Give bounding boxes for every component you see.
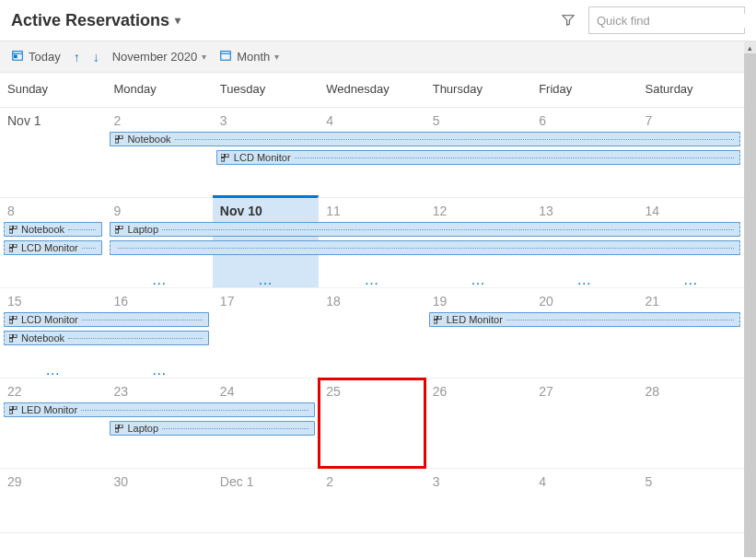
svg-rect-19 [9, 244, 13, 248]
event-fill [295, 157, 734, 158]
day-cell[interactable]: 26 [425, 378, 531, 468]
day-number: Nov 1 [7, 113, 98, 128]
event-fill [506, 320, 734, 320]
day-header-cell: Friday [531, 73, 637, 107]
svg-rect-11 [226, 154, 229, 157]
day-cell[interactable]: 21 [638, 288, 744, 378]
event-bar[interactable]: Notebook [4, 222, 102, 237]
day-cell[interactable]: 22 [0, 378, 106, 468]
event-label: Notebook [127, 134, 170, 145]
funnel-icon [562, 14, 575, 27]
day-cell[interactable]: 3 [425, 469, 531, 532]
today-button[interactable]: Today [11, 49, 61, 64]
event-label: LED Monitor [21, 404, 77, 415]
day-cell[interactable]: 25 [319, 378, 425, 468]
event-bar[interactable]: LCD Monitor [216, 150, 740, 165]
reservation-icon [8, 243, 17, 252]
more-events-button[interactable]: … [576, 276, 591, 284]
day-cell[interactable]: 20 [531, 288, 637, 378]
day-cell[interactable]: 4 [531, 469, 637, 532]
day-cell[interactable]: 2 [319, 469, 425, 532]
day-cell[interactable]: 18 [319, 288, 425, 378]
event-fill [68, 338, 203, 339]
event-bar[interactable]: Laptop [110, 421, 315, 436]
event-label: Notebook [21, 332, 64, 344]
day-number: 25 [326, 384, 416, 399]
day-cell[interactable]: 30 [106, 469, 212, 532]
day-number: 30 [113, 474, 204, 489]
page-header: Active Reservations ▾ [0, 0, 756, 41]
event-bar[interactable]: LCD Monitor [4, 240, 102, 255]
day-number: 26 [433, 384, 523, 399]
vertical-scrollbar[interactable] [744, 53, 756, 557]
svg-rect-8 [119, 135, 122, 139]
day-number: 12 [433, 204, 523, 218]
week-row: 22232425262728LED MonitorLaptop [0, 378, 744, 469]
filter-button[interactable] [557, 9, 579, 31]
event-fill [68, 229, 96, 230]
svg-rect-35 [119, 425, 122, 428]
more-events-button[interactable]: … [471, 276, 485, 284]
svg-rect-36 [115, 428, 119, 432]
more-events-button[interactable]: … [364, 276, 378, 284]
svg-rect-18 [115, 229, 119, 233]
day-cell[interactable]: 5 [638, 469, 744, 532]
prev-period-button[interactable]: ↑ [74, 50, 80, 64]
reservation-icon [8, 333, 17, 343]
event-bar[interactable]: Laptop [110, 222, 740, 237]
event-bar[interactable] [110, 240, 740, 255]
reservation-icon [221, 153, 230, 162]
event-fill [162, 229, 734, 230]
reservation-icon [8, 225, 17, 234]
day-cell[interactable]: 27 [531, 378, 637, 468]
day-header-row: SundayMondayTuesdayWednesdayThursdayFrid… [0, 73, 744, 108]
event-label: LED Monitor [447, 314, 503, 325]
event-bar[interactable]: Notebook [4, 331, 209, 345]
day-number: 13 [539, 204, 629, 218]
day-header-cell: Tuesday [213, 73, 319, 107]
day-number: 9 [113, 204, 204, 218]
next-period-button[interactable]: ↓ [93, 50, 99, 64]
svg-rect-34 [115, 425, 119, 428]
day-number: 14 [646, 204, 736, 218]
scroll-up-arrow[interactable]: ▴ [744, 41, 756, 53]
period-selector[interactable]: November 2020 ▾ [112, 50, 207, 64]
day-number: 28 [646, 384, 736, 399]
more-events-button[interactable]: … [258, 276, 273, 284]
view-mode-selector[interactable]: Month ▾ [219, 49, 279, 64]
more-events-button[interactable]: … [45, 367, 60, 374]
event-bar[interactable]: LED Monitor [429, 312, 740, 327]
day-cell[interactable]: 29 [0, 469, 106, 532]
event-fill [82, 320, 203, 320]
day-cell[interactable]: 2 [106, 108, 212, 197]
event-label: LCD Monitor [234, 152, 291, 163]
week-row: Nov 1234567NotebookLCD Monitor [0, 108, 744, 198]
day-number: 24 [220, 384, 310, 399]
day-cell[interactable]: Nov 1 [0, 108, 106, 197]
day-number: 15 [7, 294, 98, 309]
event-bar[interactable]: LCD Monitor [4, 312, 209, 327]
search-box[interactable] [588, 6, 745, 34]
event-fill [118, 248, 734, 249]
view-selector[interactable]: Active Reservations ▾ [11, 11, 180, 30]
day-cell[interactable]: Dec 1 [213, 469, 319, 532]
svg-rect-5 [221, 52, 231, 61]
search-input[interactable] [597, 14, 751, 28]
today-label: Today [29, 50, 61, 64]
more-events-button[interactable]: … [683, 276, 698, 284]
event-bar[interactable]: LED Monitor [4, 402, 315, 417]
svg-rect-4 [15, 55, 17, 58]
more-events-button[interactable]: … [152, 276, 167, 284]
day-number: 29 [7, 474, 98, 489]
day-cell[interactable]: 28 [638, 378, 744, 468]
day-cell[interactable]: 17 [213, 288, 319, 378]
period-label: November 2020 [112, 50, 198, 64]
event-bar[interactable]: Notebook [110, 132, 740, 146]
event-fill [81, 410, 308, 411]
day-header-cell: Wednesday [319, 73, 425, 107]
event-label: LCD Monitor [21, 242, 78, 253]
day-cell[interactable]: 19 [425, 288, 531, 378]
reservation-icon [114, 424, 123, 433]
more-events-button[interactable]: … [152, 367, 167, 374]
week-row: 15…16…1718192021LCD MonitorLED MonitorNo… [0, 288, 744, 378]
